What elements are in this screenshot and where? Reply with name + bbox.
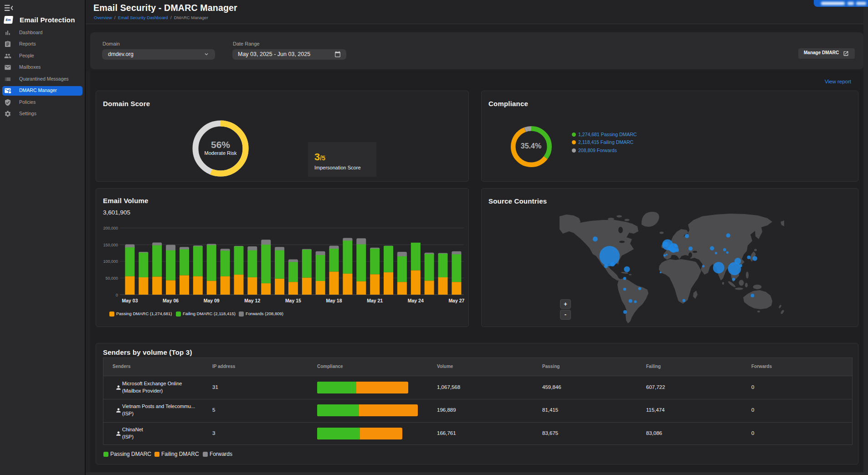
- svg-text:May 24: May 24: [408, 298, 424, 303]
- svg-text:May 18: May 18: [326, 298, 342, 303]
- svg-text:0: 0: [116, 293, 118, 297]
- svg-text:May 06: May 06: [163, 298, 179, 303]
- svg-text:100,000: 100,000: [103, 259, 118, 264]
- svg-text:May 12: May 12: [244, 298, 260, 303]
- svg-text:May 03: May 03: [122, 298, 138, 303]
- svg-text:50,000: 50,000: [105, 276, 118, 281]
- svg-text:May 15: May 15: [285, 298, 301, 303]
- svg-text:150,000: 150,000: [103, 243, 118, 247]
- svg-text:May 09: May 09: [204, 298, 220, 303]
- svg-text:200,000: 200,000: [103, 226, 118, 230]
- svg-text:May 21: May 21: [367, 298, 383, 303]
- svg-text:May 27: May 27: [448, 298, 464, 303]
